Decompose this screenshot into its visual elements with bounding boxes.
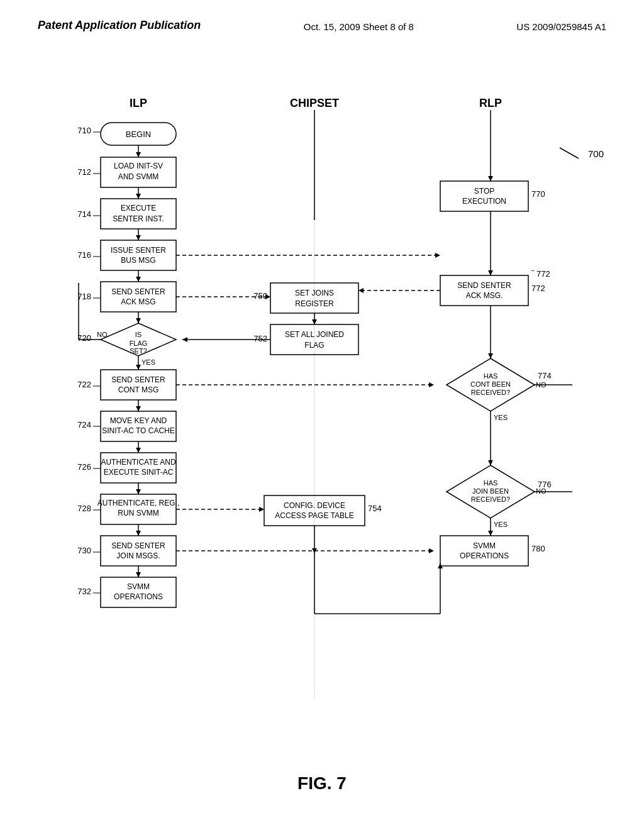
flowchart-diagram: ILP CHIPSET RLP 700 BEGIN 710 xyxy=(31,88,610,767)
svg-marker-39 xyxy=(136,277,141,282)
svg-marker-80 xyxy=(136,406,141,411)
svg-marker-54 xyxy=(312,319,317,324)
svg-marker-23 xyxy=(136,194,141,199)
svg-text:722: 722 xyxy=(77,380,91,389)
svg-text:REGISTER: REGISTER xyxy=(295,299,334,308)
svg-rect-130 xyxy=(440,275,528,306)
svg-text:EXECUTION: EXECUTION xyxy=(462,197,506,206)
svg-text:STOP: STOP xyxy=(474,187,494,196)
svg-text:730: 730 xyxy=(77,546,91,555)
svg-text:‾ 772: ‾ 772 xyxy=(531,269,550,279)
patent-number: US 2009/0259845 A1 xyxy=(516,21,606,32)
svg-text:CONT BEEN: CONT BEEN xyxy=(470,380,511,388)
svg-marker-9 xyxy=(488,176,493,181)
svg-text:HAS: HAS xyxy=(484,372,498,380)
svg-text:780: 780 xyxy=(531,544,545,553)
svg-text:714: 714 xyxy=(77,209,91,219)
svg-text:716: 716 xyxy=(77,250,91,260)
svg-marker-87 xyxy=(136,448,141,453)
svg-text:FLAG: FLAG xyxy=(130,340,148,347)
svg-marker-101 xyxy=(259,507,264,512)
svg-text:CONFIG. DEVICE: CONFIG. DEVICE xyxy=(284,501,345,510)
svg-text:ACK MSG: ACK MSG xyxy=(121,297,155,306)
svg-text:712: 712 xyxy=(77,167,91,177)
svg-text:AND SVMM: AND SVMM xyxy=(118,172,159,181)
svg-text:710: 710 xyxy=(77,126,91,135)
svg-text:718: 718 xyxy=(77,292,91,301)
svg-text:752: 752 xyxy=(253,334,267,343)
svg-text:BUS MSG: BUS MSG xyxy=(121,256,155,265)
svg-text:CONT MSG: CONT MSG xyxy=(118,385,158,394)
svg-text:720: 720 xyxy=(77,333,91,343)
svg-text:732: 732 xyxy=(77,587,91,596)
svg-text:ISSUE SENTER: ISSUE SENTER xyxy=(111,246,166,255)
svg-text:RECEIVED?: RECEIVED? xyxy=(471,389,510,396)
svg-text:NO: NO xyxy=(536,487,547,495)
svg-text:FLAG: FLAG xyxy=(304,341,324,350)
svg-text:AUTHENTICATE, REG.,: AUTHENTICATE, REG., xyxy=(97,499,179,507)
svg-line-6 xyxy=(560,148,579,158)
svg-text:OPERATIONS: OPERATIONS xyxy=(460,551,509,560)
svg-marker-16 xyxy=(136,152,141,157)
svg-text:ILP: ILP xyxy=(130,97,147,109)
svg-text:750: 750 xyxy=(253,291,267,301)
svg-text:SVMM: SVMM xyxy=(473,541,496,550)
svg-marker-147 xyxy=(488,460,493,465)
svg-text:SEND SENTER: SEND SENTER xyxy=(111,375,165,384)
figure-caption: FIG. 7 xyxy=(0,773,644,794)
svg-marker-135 xyxy=(358,288,364,293)
svg-text:RECEIVED?: RECEIVED? xyxy=(471,495,510,503)
svg-text:LOAD INIT-SV: LOAD INIT-SV xyxy=(114,162,163,170)
svg-text:JOIN BEEN: JOIN BEEN xyxy=(472,487,509,495)
svg-marker-78 xyxy=(429,382,434,387)
svg-text:SEND SENTER: SEND SENTER xyxy=(457,281,511,290)
svg-text:IS: IS xyxy=(135,331,142,338)
svg-marker-157 xyxy=(488,531,493,536)
svg-text:700: 700 xyxy=(588,148,604,159)
svg-text:SET?: SET? xyxy=(130,347,147,355)
svg-marker-48 xyxy=(136,318,141,323)
svg-marker-129 xyxy=(488,270,493,275)
svg-text:YES: YES xyxy=(494,521,508,528)
svg-text:SEND SENTER: SEND SENTER xyxy=(111,541,165,550)
svg-text:CHIPSET: CHIPSET xyxy=(290,97,339,109)
svg-text:SVMM: SVMM xyxy=(127,582,150,591)
publication-date: Oct. 15, 2009 Sheet 8 of 8 xyxy=(304,21,414,32)
svg-rect-158 xyxy=(440,536,528,566)
svg-marker-103 xyxy=(136,531,141,536)
svg-text:772: 772 xyxy=(531,284,545,293)
svg-text:726: 726 xyxy=(77,462,91,472)
svg-text:770: 770 xyxy=(531,189,545,199)
svg-text:724: 724 xyxy=(77,420,91,429)
svg-text:774: 774 xyxy=(538,371,552,380)
publication-type: Patent Application Publication xyxy=(38,19,201,32)
svg-text:MOVE KEY AND: MOVE KEY AND xyxy=(110,416,167,425)
svg-text:EXECUTE SINIT-AC: EXECUTE SINIT-AC xyxy=(104,468,174,477)
svg-text:YES: YES xyxy=(142,358,155,366)
svg-text:ACK MSG.: ACK MSG. xyxy=(466,291,503,300)
svg-text:RLP: RLP xyxy=(479,97,502,109)
svg-marker-37 xyxy=(435,253,440,258)
svg-text:728: 728 xyxy=(77,504,91,513)
svg-marker-118 xyxy=(136,572,141,577)
svg-text:ACCESS PAGE TABLE: ACCESS PAGE TABLE xyxy=(275,511,353,520)
svg-marker-137 xyxy=(488,353,493,358)
svg-marker-30 xyxy=(136,235,141,240)
svg-text:RUN SVMM: RUN SVMM xyxy=(118,509,158,517)
svg-text:SENTER INST.: SENTER INST. xyxy=(113,214,164,223)
svg-marker-94 xyxy=(136,489,141,494)
svg-text:OPERATIONS: OPERATIONS xyxy=(114,592,163,601)
svg-marker-60 xyxy=(182,337,187,342)
svg-text:754: 754 xyxy=(368,504,382,513)
svg-text:BEGIN: BEGIN xyxy=(126,130,151,139)
svg-text:SINIT-AC TO CACHE: SINIT-AC TO CACHE xyxy=(102,426,175,435)
svg-rect-124 xyxy=(440,181,528,211)
svg-text:EXECUTE: EXECUTE xyxy=(121,204,157,213)
svg-text:HAS: HAS xyxy=(484,479,498,487)
svg-text:SEND SENTER: SEND SENTER xyxy=(111,287,165,296)
svg-text:NO: NO xyxy=(97,331,108,338)
svg-text:SET JOINS: SET JOINS xyxy=(295,289,334,297)
svg-text:YES: YES xyxy=(494,414,508,421)
patent-page: Patent Application Publication Oct. 15, … xyxy=(0,0,644,830)
svg-text:SET ALL JOINED: SET ALL JOINED xyxy=(285,330,344,339)
